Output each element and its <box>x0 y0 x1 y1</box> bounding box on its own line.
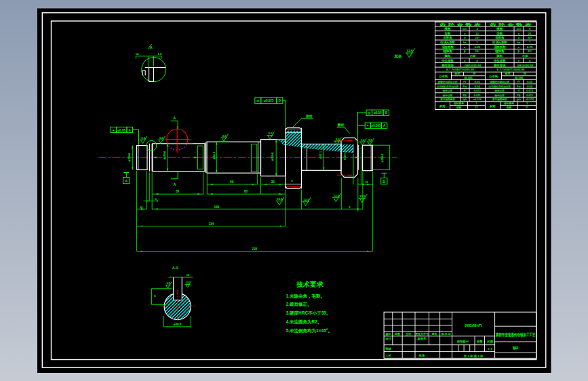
svg-text:46.586: 46.586 <box>464 76 473 79</box>
svg-text:公法线长度变动公差: 公法线长度变动公差 <box>436 85 459 88</box>
svg-text:3.2: 3.2 <box>141 136 145 140</box>
svg-text:21: 21 <box>475 32 479 35</box>
svg-text:β: β <box>518 49 520 53</box>
svg-text:某轿车变速器传动轴加工工艺: 某轿车变速器传动轴加工工艺 <box>495 332 536 338</box>
svg-text:58: 58 <box>176 190 180 193</box>
svg-text:1.去除尖角，毛刺。: 1.去除尖角，毛刺。 <box>286 294 325 299</box>
svg-text:0.011: 0.011 <box>474 94 482 97</box>
svg-text:齿数: 齿数 <box>496 32 503 35</box>
svg-text:长度: 长度 <box>505 72 511 75</box>
svg-text:质量: 质量 <box>476 340 482 343</box>
svg-text:磨齿: 磨齿 <box>337 123 345 127</box>
svg-text:齿轮图号: 齿轮图号 <box>503 102 514 105</box>
svg-text:公法线: 公法线 <box>438 75 448 78</box>
svg-text:0.013: 0.013 <box>526 89 534 92</box>
svg-text:±0.016: ±0.016 <box>473 98 482 101</box>
svg-text:基节极限偏差: 基节极限偏差 <box>439 98 455 101</box>
svg-text:3.2: 3.2 <box>186 281 189 284</box>
svg-text:齿形公差: 齿形公差 <box>442 89 453 92</box>
svg-text:A: A <box>125 179 128 183</box>
svg-text:⌀0.005: ⌀0.005 <box>371 124 381 127</box>
svg-text:22°: 22° <box>475 49 480 53</box>
svg-text:±0.016: ±0.016 <box>526 98 534 101</box>
svg-text:⌀39.6: ⌀39.6 <box>174 323 182 326</box>
svg-text:0.013: 0.013 <box>474 89 482 92</box>
svg-text:ha: ha <box>517 41 521 44</box>
svg-text:模数: 模数 <box>444 27 451 31</box>
svg-text:0.011: 0.011 <box>526 94 534 97</box>
svg-text:15: 15 <box>365 181 368 184</box>
svg-text:A: A <box>173 116 176 120</box>
svg-text:Fβ: Fβ <box>463 94 467 97</box>
svg-text:公法线长度变动公差: 公法线长度变动公差 <box>488 85 511 88</box>
svg-text:α: α <box>464 36 466 39</box>
svg-text:5.未注倒角均为1×45°。: 5.未注倒角均为1×45°。 <box>286 328 332 334</box>
svg-text:50: 50 <box>230 180 234 184</box>
svg-text:批准: 批准 <box>418 354 425 357</box>
svg-text:12: 12 <box>187 273 190 277</box>
svg-text:⌀0.05: ⌀0.05 <box>374 111 382 115</box>
svg-text:14: 14 <box>136 52 139 56</box>
svg-text:GB10095-88: GB10095-88 <box>465 64 482 67</box>
svg-text:3.2: 3.2 <box>222 134 227 138</box>
svg-text:3.2: 3.2 <box>166 282 170 285</box>
svg-text:22°: 22° <box>528 49 532 53</box>
svg-text:12.5: 12.5 <box>334 194 340 197</box>
svg-text:齿数: 齿数 <box>506 106 512 109</box>
svg-text:134: 134 <box>209 222 214 226</box>
svg-text:齿轮图号: 齿轮图号 <box>453 102 464 105</box>
svg-text:20CrMnTi: 20CrMnTi <box>465 323 482 327</box>
svg-text:5: 5 <box>349 206 351 209</box>
svg-text:3.2: 3.2 <box>368 138 372 142</box>
svg-text:20°: 20° <box>528 36 532 39</box>
svg-text:z: z <box>518 32 520 35</box>
svg-text:3.硬度HRC不小于35。: 3.硬度HRC不小于35。 <box>286 310 331 316</box>
svg-text:3: 3 <box>155 198 157 201</box>
svg-text:滚齿: 滚齿 <box>305 114 313 118</box>
svg-text:A: A <box>174 182 176 186</box>
svg-text:共 1 张 第 1 张: 共 1 张 第 1 张 <box>463 355 484 358</box>
svg-text:A-A: A-A <box>172 266 178 270</box>
svg-text:3.2: 3.2 <box>159 136 163 140</box>
svg-text:右旋: 右旋 <box>469 54 476 58</box>
svg-text:◎: ◎ <box>256 99 259 102</box>
svg-text:W: W <box>473 72 476 75</box>
svg-text:α: α <box>518 36 520 39</box>
svg-text:Fr: Fr <box>463 80 466 83</box>
svg-text:20°: 20° <box>475 36 480 39</box>
svg-text:0.04: 0.04 <box>527 85 533 88</box>
svg-text:4.未注圆角为R2。: 4.未注圆角为R2。 <box>286 319 322 325</box>
svg-text:M30×2: M30×2 <box>343 151 347 160</box>
svg-text:mn: mn <box>517 27 522 31</box>
svg-text:0.25: 0.25 <box>527 45 533 49</box>
svg-text:⌀35k6: ⌀35k6 <box>271 152 274 161</box>
svg-text:右旋: 右旋 <box>522 54 528 58</box>
svg-text:⌀34.5: ⌀34.5 <box>212 151 216 159</box>
svg-text:签名: 签名 <box>431 332 437 336</box>
svg-text:0.05: 0.05 <box>475 80 481 83</box>
svg-text:技术要求: 技术要求 <box>296 281 324 288</box>
svg-text:齿向公差: 齿向公差 <box>442 94 453 97</box>
svg-text:mn: mn <box>463 27 467 31</box>
svg-text:8-7-7cGB/T10095-88: 8-7-7cGB/T10095-88 <box>446 68 474 71</box>
svg-text:0.25: 0.25 <box>475 45 481 49</box>
svg-text:12.5: 12.5 <box>359 195 366 198</box>
svg-text:齿 轮 参 数 表: 齿 轮 参 数 表 <box>438 22 482 27</box>
svg-text:Fw: Fw <box>463 85 467 88</box>
svg-text:齿圈径向跳动公差: 齿圈径向跳动公差 <box>489 80 509 83</box>
svg-text:◎: ◎ <box>368 111 370 115</box>
svg-text:fpb: fpb <box>517 98 522 101</box>
svg-text:fpb: fpb <box>463 98 467 101</box>
svg-text:1:1: 1:1 <box>488 347 492 350</box>
svg-text:GB10095-88: GB10095-88 <box>517 64 534 67</box>
svg-text:228: 228 <box>252 247 257 251</box>
svg-text:6.3: 6.3 <box>269 132 273 135</box>
svg-text:年.月.日: 年.月.日 <box>440 332 450 336</box>
svg-text:公法线: 公法线 <box>488 75 498 78</box>
svg-text:轴2: 轴2 <box>512 346 518 350</box>
svg-text:⌖: ⌖ <box>366 124 369 127</box>
svg-text:z: z <box>464 32 465 35</box>
svg-text:齿数: 齿数 <box>456 106 462 109</box>
svg-text:46.586: 46.586 <box>515 76 524 79</box>
svg-text:长度: 长度 <box>455 72 461 75</box>
